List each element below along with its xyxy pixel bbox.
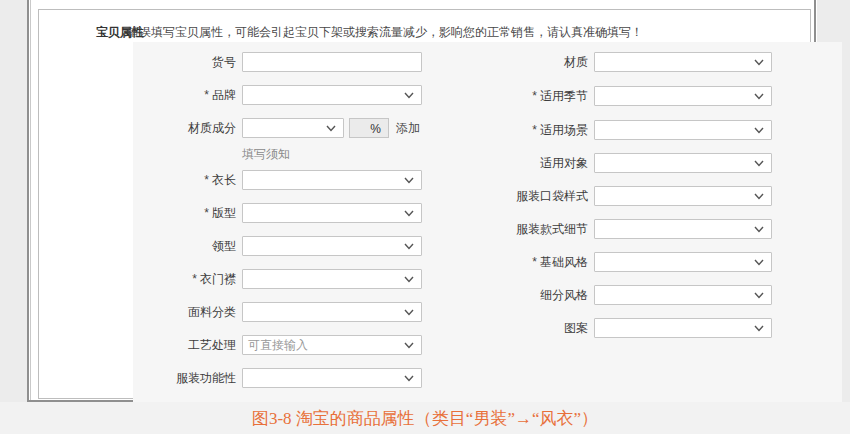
right-field-0-select[interactable] <box>594 52 772 72</box>
form-row: *基础风格 <box>133 252 842 272</box>
field-label-text: 基础风格 <box>540 255 588 269</box>
field-label: 服装款式细节 <box>438 219 588 239</box>
chevron-down-icon <box>754 292 764 299</box>
field-label-text: 衣长 <box>212 173 236 187</box>
field-label-text: 适用场景 <box>540 123 588 137</box>
required-marker: * <box>192 272 197 286</box>
figure-caption: 图3-8 淘宝的商品属性（类目“男装”→“风衣”） <box>0 407 850 430</box>
form-row: 服装款式细节 <box>133 219 842 239</box>
form-row: *适用季节 <box>133 86 842 106</box>
form-row: 服装功能性 <box>133 368 842 388</box>
field-label: 图案 <box>438 318 588 338</box>
field-label-text: 服装款式细节 <box>516 222 588 236</box>
left-field-9-select[interactable]: 可直接输入 <box>242 335 422 355</box>
chevron-down-icon <box>404 243 414 250</box>
field-label-text: 领型 <box>212 239 236 253</box>
right-field-6-select[interactable] <box>594 252 772 272</box>
right-field-7-select[interactable] <box>594 285 772 305</box>
field-label: 适用对象 <box>438 153 588 173</box>
chevron-down-icon <box>404 309 414 316</box>
chevron-down-icon <box>404 342 414 349</box>
form-row: 材质 <box>133 52 842 72</box>
field-label-text: 工艺处理 <box>188 338 236 352</box>
required-marker: * <box>532 255 537 269</box>
form-row: 服装口袋样式 <box>133 186 842 206</box>
field-label: 细分风格 <box>438 285 588 305</box>
select-value: 可直接输入 <box>248 336 308 354</box>
field-label-text: 细分风格 <box>540 288 588 302</box>
right-field-5-select[interactable] <box>594 219 772 239</box>
chevron-down-icon <box>754 93 764 100</box>
page-margin-left <box>0 0 27 402</box>
required-marker: * <box>204 173 209 187</box>
required-marker: * <box>532 89 537 103</box>
chevron-down-icon <box>754 59 764 66</box>
left-field-10-select[interactable] <box>242 368 422 388</box>
form-row: 工艺处理可直接输入 <box>133 335 842 355</box>
chevron-down-icon <box>754 259 764 266</box>
form-row: 细分风格 <box>133 285 842 305</box>
warning-text: 错误填写宝贝属性，可能会引起宝贝下架或搜索流量减少，影响您的正常销售，请认真准确… <box>127 24 643 41</box>
field-label-text: 图案 <box>564 321 588 335</box>
field-label: 工艺处理 <box>86 335 236 355</box>
field-label-text: 适用季节 <box>540 89 588 103</box>
page: 宝贝属性 错误填写宝贝属性，可能会引起宝贝下架或搜索流量减少，影响您的正常销售，… <box>0 0 850 434</box>
field-label-text: 面料分类 <box>188 305 236 319</box>
chevron-down-icon <box>754 193 764 200</box>
required-marker: * <box>532 123 537 137</box>
required-marker: * <box>204 206 209 220</box>
field-label: 材质 <box>438 52 588 72</box>
right-field-8-select[interactable] <box>594 318 772 338</box>
chevron-down-icon <box>754 160 764 167</box>
field-label-text: 服装功能性 <box>176 371 236 385</box>
screenshot-frame-left-inner <box>30 0 31 402</box>
right-field-3-select[interactable] <box>594 153 772 173</box>
chevron-down-icon <box>404 210 414 217</box>
chevron-down-icon <box>404 276 414 283</box>
field-label-text: 材质 <box>564 55 588 69</box>
right-field-2-select[interactable] <box>594 120 772 140</box>
screenshot-frame-left <box>27 0 29 402</box>
chevron-down-icon <box>754 226 764 233</box>
chevron-down-icon <box>754 127 764 134</box>
figure-caption-bar: 图3-8 淘宝的商品属性（类目“男装”→“风衣”） <box>0 402 850 434</box>
field-label-text: 适用对象 <box>540 156 588 170</box>
field-label-text: 版型 <box>212 206 236 220</box>
chevron-down-icon <box>754 325 764 332</box>
field-label: 服装功能性 <box>86 368 236 388</box>
field-label-text: 服装口袋样式 <box>516 189 588 203</box>
attributes-form: 货号*品牌材质成分%添加填写须知*衣长*版型领型*衣门襟面料分类工艺处理可直接输… <box>133 42 842 403</box>
field-label: 服装口袋样式 <box>438 186 588 206</box>
right-field-4-select[interactable] <box>594 186 772 206</box>
form-row: *适用场景 <box>133 120 842 140</box>
chevron-down-icon <box>404 177 414 184</box>
field-label-text: 衣门襟 <box>200 272 236 286</box>
right-field-1-select[interactable] <box>594 86 772 106</box>
field-label: *适用季节 <box>438 86 588 106</box>
form-row: 图案 <box>133 318 842 338</box>
product-attributes-panel: 宝贝属性 错误填写宝贝属性，可能会引起宝贝下架或搜索流量减少，影响您的正常销售，… <box>38 9 811 399</box>
form-row: 适用对象 <box>133 153 842 173</box>
field-label: *适用场景 <box>438 120 588 140</box>
chevron-down-icon <box>404 375 414 382</box>
field-label: *基础风格 <box>438 252 588 272</box>
